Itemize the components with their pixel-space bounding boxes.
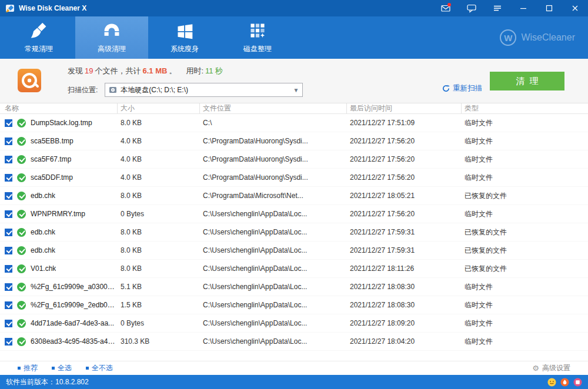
period: 。	[169, 66, 176, 75]
files-label: 个文件，共计	[95, 66, 141, 75]
table-row[interactable]: WPNPRMRY.tmp 0 Bytes C:\Users\chenglin\A…	[0, 205, 588, 223]
table-row[interactable]: sca5EBB.tmp 4.0 KB C:\ProgramData\Huoron…	[0, 132, 588, 150]
tab-common-clean[interactable]: 常规清理	[2, 16, 75, 59]
row-checkbox[interactable]	[5, 156, 12, 163]
file-path: C:\Users\chenglin\AppData\Loc...	[200, 228, 347, 236]
tab-label: 高级清理	[98, 44, 126, 54]
statusbar: 软件当前版本：10.8.2.802	[0, 375, 588, 389]
tasklist-button[interactable]	[485, 0, 510, 16]
table-row[interactable]: 6308ead3-4c95-4835-a41... 310.3 KB C:\Us…	[0, 333, 588, 351]
tab-label: 常规清理	[25, 44, 53, 54]
gear-icon: ⚙	[532, 364, 539, 373]
column-header-name[interactable]: 名称	[0, 103, 118, 113]
table-row[interactable]: DumpStack.log.tmp 8.0 KB C:\ 2021/12/27 …	[0, 114, 588, 132]
flame-badge-icon[interactable]	[560, 378, 569, 387]
file-size: 8.0 KB	[118, 192, 200, 200]
check-circle-icon	[17, 264, 26, 273]
file-time: 2021/12/27 17:59:31	[347, 228, 462, 236]
row-checkbox[interactable]	[5, 338, 12, 346]
table-row[interactable]: edb.chk 8.0 KB C:\Users\chenglin\AppData…	[0, 242, 588, 260]
check-circle-icon	[17, 283, 26, 291]
tab-advanced-clean[interactable]: 高级清理	[75, 16, 148, 59]
file-time: 2021/12/27 17:56:20	[347, 210, 462, 218]
check-circle-icon	[17, 301, 26, 310]
file-path: C:\ProgramData\Huorong\Sysdi...	[200, 173, 347, 182]
file-time: 2021/12/27 17:56:20	[347, 173, 462, 182]
select-all-link[interactable]: 全选	[52, 363, 72, 373]
file-name: V01.chk	[31, 264, 56, 273]
minimize-button[interactable]	[510, 0, 536, 16]
row-checkbox[interactable]	[5, 174, 12, 182]
mail-button[interactable]	[433, 0, 459, 16]
row-checkbox[interactable]	[5, 283, 12, 291]
feedback-button[interactable]	[459, 0, 485, 16]
row-checkbox[interactable]	[5, 320, 12, 327]
rescan-link[interactable]: 重新扫描	[442, 83, 482, 93]
row-checkbox[interactable]	[5, 119, 12, 127]
file-path: C:\ProgramData\Microsoft\Net...	[200, 192, 347, 200]
column-header-time[interactable]: 最后访问时间	[347, 103, 462, 113]
column-header-size[interactable]: 大小	[118, 103, 200, 113]
file-time: 2021/12/27 18:09:20	[347, 319, 462, 327]
file-type: 临时文件	[462, 136, 588, 146]
advanced-settings-link[interactable]: ⚙ 高级设置	[532, 363, 570, 373]
row-checkbox[interactable]	[5, 138, 12, 145]
refresh-icon	[442, 85, 450, 92]
file-type: 临时文件	[462, 337, 588, 347]
table-row[interactable]: edb.chk 8.0 KB C:\ProgramData\Microsoft\…	[0, 187, 588, 205]
row-checkbox[interactable]	[5, 265, 12, 273]
close-button[interactable]	[562, 0, 588, 16]
row-checkbox[interactable]	[5, 229, 12, 236]
recommend-link[interactable]: 推荐	[18, 363, 38, 373]
check-circle-icon	[17, 192, 26, 200]
row-checkbox[interactable]	[5, 192, 12, 200]
file-time: 2021/12/27 17:59:31	[347, 246, 462, 254]
row-checkbox[interactable]	[5, 301, 12, 309]
file-name: %2Fg_61c9909e_a03000a...	[31, 283, 118, 291]
table-row[interactable]: sca5F67.tmp 4.0 KB C:\ProgramData\Huoron…	[0, 150, 588, 169]
table-row[interactable]: edb.chk 8.0 KB C:\Users\chenglin\AppData…	[0, 223, 588, 242]
file-size: 4.0 KB	[118, 137, 200, 145]
scan-result-summary: 发现19个文件，共计6.1 MB。用时:11 秒	[68, 66, 303, 78]
file-name: 4dd71ade-6ad7-4de3-aa...	[31, 319, 114, 327]
disk-scan-icon	[18, 69, 41, 92]
main-nav: 常规清理 高级清理 系统瘦身	[0, 16, 588, 59]
table-row[interactable]: 4dd71ade-6ad7-4de3-aa... 0 Bytes C:\User…	[0, 314, 588, 333]
table-row[interactable]: %2Fg_61c9909e_a03000a... 5.1 KB C:\Users…	[0, 278, 588, 296]
time-value: 11 秒	[205, 66, 223, 75]
file-type: 临时文件	[462, 118, 588, 128]
file-path: C:\ProgramData\Huorong\Sysdi...	[200, 137, 347, 145]
row-checkbox[interactable]	[5, 247, 12, 254]
maximize-icon	[544, 4, 554, 13]
file-size: 0 Bytes	[118, 210, 200, 218]
logo-circle: W	[500, 29, 516, 46]
check-circle-icon	[17, 210, 26, 219]
column-header-type[interactable]: 类型	[462, 103, 588, 113]
scan-location-dropdown[interactable]: 本地硬盘(C:\; D:\; E:\) ▼	[105, 83, 303, 97]
logo-text: WiseCleaner	[521, 32, 575, 43]
pink-badge-icon[interactable]	[573, 378, 582, 387]
check-circle-icon	[17, 319, 26, 328]
file-path: C:\Users\chenglin\AppData\Loc...	[200, 264, 347, 273]
table-row[interactable]: sca5DDF.tmp 4.0 KB C:\ProgramData\Huoron…	[0, 169, 588, 187]
smiley-icon[interactable]	[547, 378, 556, 387]
tab-disk-defrag[interactable]: 磁盘整理	[221, 16, 294, 59]
check-circle-icon	[17, 337, 26, 346]
file-type: 已恢复的文件	[462, 264, 588, 274]
scan-location-label: 扫描位置:	[68, 85, 98, 95]
file-size: 8.0 KB	[118, 119, 200, 127]
file-type: 已恢复的文件	[462, 191, 588, 201]
file-size: 4.0 KB	[118, 155, 200, 163]
row-checkbox[interactable]	[5, 210, 12, 218]
maximize-button[interactable]	[536, 0, 562, 16]
defrag-icon	[248, 21, 267, 40]
file-size: 310.3 KB	[118, 337, 200, 346]
select-none-link[interactable]: 全不选	[86, 363, 113, 373]
column-header-path[interactable]: 文件位置	[200, 103, 347, 113]
table-row[interactable]: V01.chk 8.0 KB C:\Users\chenglin\AppData…	[0, 260, 588, 278]
file-size: 8.0 KB	[118, 228, 200, 236]
table-header: 名称 大小 文件位置 最后访问时间 类型	[0, 103, 588, 114]
clean-button[interactable]: 清理	[490, 72, 564, 90]
table-row[interactable]: %2Fg_61c9909e_2edb00d... 1.5 KB C:\Users…	[0, 296, 588, 314]
tab-system-slim[interactable]: 系统瘦身	[148, 16, 221, 59]
